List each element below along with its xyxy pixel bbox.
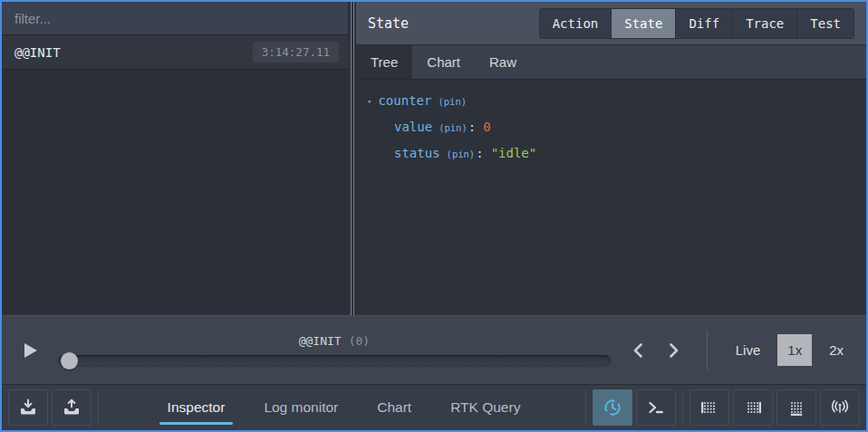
subtab-tree[interactable]: Tree (356, 45, 412, 79)
tree-node-value[interactable]: value (pin) : 0 (367, 120, 855, 134)
main-split: @@INIT 3:14:27.11 State Action State Dif… (2, 2, 866, 315)
action-list-item[interactable]: @@INIT 3:14:27.11 (2, 35, 348, 70)
step-back-button[interactable] (623, 337, 652, 364)
dock-bottom-icon (786, 397, 807, 418)
tree-key: counter (378, 93, 431, 108)
bottom-toolbar: Inspector Log monitor Chart RTK Query (2, 384, 866, 430)
slider-toggle-icon (602, 397, 623, 418)
tree-key: status (394, 146, 440, 160)
tab-log-monitor[interactable]: Log monitor (261, 385, 341, 430)
dock-right-button[interactable] (733, 389, 773, 426)
slider-toggle-button[interactable] (593, 389, 632, 426)
colon: : (468, 120, 476, 134)
dock-bottom-button[interactable] (776, 389, 816, 426)
action-list: @@INIT 3:14:27.11 (2, 35, 348, 315)
tree-node-counter[interactable]: ▾ counter (pin) (367, 93, 855, 108)
view-subtabs: Tree Chart Raw (356, 45, 866, 80)
action-timestamp: 3:14:27.11 (253, 42, 339, 62)
redux-devtools-window: @@INIT 3:14:27.11 State Action State Dif… (0, 0, 868, 432)
expander-arrow-icon[interactable]: ▾ (367, 97, 371, 106)
pin-label[interactable]: (pin) (447, 149, 476, 159)
panel-title: State (368, 15, 409, 32)
dispatcher-terminal-icon (645, 397, 667, 418)
timeline-slider[interactable] (58, 355, 611, 367)
tree-node-status[interactable]: status (pin) : "idle" (367, 146, 855, 160)
pin-label[interactable]: (pin) (438, 96, 467, 107)
tab-state[interactable]: State (611, 9, 675, 38)
tree-value-number: 0 (483, 120, 490, 134)
chevron-right-icon (668, 342, 680, 359)
current-action-label: @@INIT(0) (58, 334, 611, 348)
tab-action[interactable]: Action (540, 9, 612, 38)
state-panel-header: State Action State Diff Trace Test (356, 2, 866, 45)
divider (585, 389, 586, 426)
import-icon (17, 397, 39, 418)
live-button[interactable]: Live (726, 334, 771, 366)
tab-trace[interactable]: Trace (732, 9, 796, 38)
state-tree: ▾ counter (pin) value (pin) : 0 status (… (356, 80, 866, 315)
tab-inspector[interactable]: Inspector (165, 385, 228, 430)
dispatcher-button[interactable] (636, 389, 676, 426)
inspector-tab-group: Action State Diff Trace Test (539, 8, 854, 39)
chevron-left-icon (632, 342, 644, 359)
divider (98, 389, 99, 426)
export-button[interactable] (52, 389, 92, 426)
speed-2x-button[interactable]: 2x (819, 334, 854, 366)
tab-diff[interactable]: Diff (675, 9, 732, 38)
action-list-panel: @@INIT 3:14:27.11 (2, 2, 348, 315)
tab-chart[interactable]: Chart (374, 385, 414, 430)
filter-input[interactable] (2, 2, 348, 34)
monitor-tabs: Inspector Log monitor Chart RTK Query (105, 385, 583, 430)
slider-thumb[interactable] (61, 352, 78, 370)
dock-left-button[interactable] (690, 389, 729, 426)
divider (707, 331, 708, 370)
speed-1x-button[interactable]: 1x (777, 334, 812, 366)
tree-value-string: "idle" (491, 146, 537, 160)
panel-resizer[interactable] (348, 2, 356, 315)
tab-rtk-query[interactable]: RTK Query (448, 385, 523, 430)
import-button[interactable] (8, 389, 48, 426)
subtab-chart[interactable]: Chart (412, 45, 475, 79)
current-action-index: (0) (349, 334, 370, 348)
colon: : (476, 146, 483, 160)
dock-right-icon (742, 397, 764, 418)
remote-button[interactable] (820, 389, 860, 426)
subtab-raw[interactable]: Raw (475, 45, 531, 79)
tree-key: value (394, 120, 432, 134)
dock-left-icon (699, 397, 720, 418)
state-panel: State Action State Diff Trace Test Tree … (356, 2, 866, 315)
slider-monitor: @@INIT(0) Live 1x 2x (2, 315, 866, 384)
remote-icon (829, 397, 851, 418)
tab-test[interactable]: Test (796, 9, 854, 38)
action-name: @@INIT (14, 45, 61, 60)
filter-row (2, 2, 348, 35)
pin-label[interactable]: (pin) (439, 122, 468, 133)
play-icon (20, 341, 40, 360)
slider-area: @@INIT(0) (58, 334, 611, 367)
play-button[interactable] (14, 337, 45, 364)
step-forward-button[interactable] (660, 337, 689, 364)
export-icon (61, 397, 82, 418)
divider (682, 389, 683, 426)
